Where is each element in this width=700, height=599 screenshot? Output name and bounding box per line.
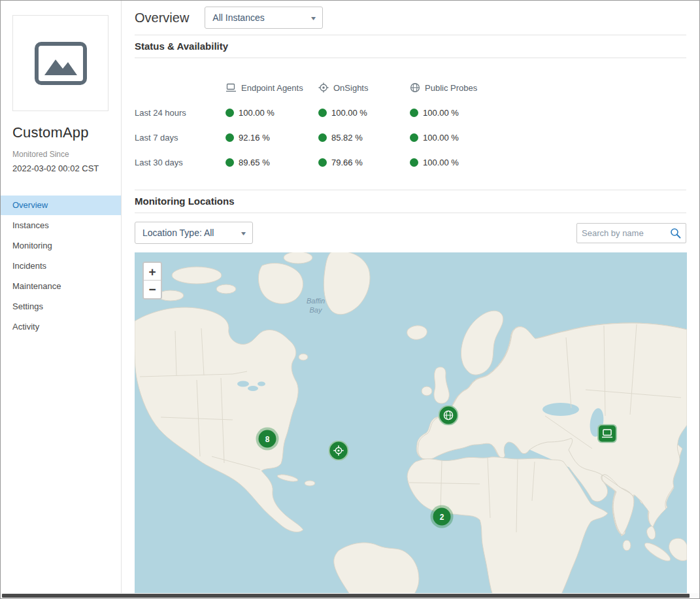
- location-search: [576, 223, 686, 243]
- zoom-out-button[interactable]: −: [144, 281, 161, 298]
- chevron-down-icon: ▾: [241, 230, 246, 237]
- instance-filter-select[interactable]: All Instances ▾: [205, 7, 323, 29]
- row-label-24h: Last 24 hours: [135, 108, 225, 118]
- search-icon[interactable]: [670, 228, 681, 239]
- section-title-availability: Status & Availability: [135, 41, 228, 52]
- target-icon: [318, 82, 329, 93]
- sidebar-nav: Overview Instances Monitoring Incidents …: [1, 196, 121, 337]
- app-window: CustomApp Monitored Since 2022-03-02 00:…: [0, 0, 700, 599]
- availability-value: 100.00 %: [410, 108, 686, 118]
- app-image-placeholder: [12, 15, 108, 111]
- availability-value: 100.00 %: [410, 133, 686, 143]
- availability-value: 89.65 %: [225, 158, 318, 167]
- availability-value: 100.00 %: [410, 158, 686, 167]
- sidebar-item-instances[interactable]: Instances: [1, 216, 121, 235]
- search-input[interactable]: [582, 228, 670, 238]
- status-dot-icon: [410, 133, 418, 142]
- map-endpoint-agent-marker[interactable]: [597, 424, 617, 443]
- sidebar-item-maintenance[interactable]: Maintenance: [1, 277, 121, 296]
- image-icon: [34, 41, 88, 86]
- page-title: Overview: [135, 10, 189, 26]
- status-dot-icon: [225, 158, 234, 167]
- sidebar: CustomApp Monitored Since 2022-03-02 00:…: [1, 1, 122, 598]
- instance-filter-value: All Instances: [212, 12, 264, 23]
- main-content: Overview All Instances ▾ Status & Availa…: [122, 1, 699, 598]
- app-name: CustomApp: [12, 124, 109, 141]
- sidebar-item-settings[interactable]: Settings: [1, 297, 121, 317]
- zoom-in-button[interactable]: +: [144, 263, 161, 281]
- status-dot-icon: [318, 109, 327, 117]
- sidebar-item-activity[interactable]: Activity: [1, 317, 121, 337]
- status-availability-section: Status & Availability Endpoint Agents: [135, 35, 686, 175]
- globe-icon: [443, 410, 454, 421]
- map-zoom-control: + −: [142, 262, 162, 300]
- target-icon: [333, 445, 344, 456]
- map-onsight-marker[interactable]: [329, 441, 349, 461]
- laptop-icon: [225, 83, 237, 93]
- column-header-endpoint-agents: Endpoint Agents: [225, 75, 318, 101]
- row-label-30d: Last 30 days: [135, 158, 225, 167]
- map-public-probe-marker[interactable]: [439, 405, 459, 426]
- sidebar-item-incidents[interactable]: Incidents: [1, 256, 121, 276]
- laptop-icon: [601, 429, 613, 439]
- monitoring-locations-section: Monitoring Locations Location Type: All …: [135, 190, 686, 596]
- location-type-select[interactable]: Location Type: All ▾: [135, 222, 253, 244]
- horizontal-scrollbar[interactable]: [1, 593, 699, 598]
- monitored-since-value: 2022-03-02 00:02 CST: [12, 163, 109, 173]
- row-label-7d: Last 7 days: [135, 133, 225, 143]
- scrollbar-thumb[interactable]: [2, 594, 690, 598]
- column-header-onsights: OnSights: [318, 75, 410, 101]
- availability-table: Endpoint Agents OnSights: [135, 75, 686, 175]
- chevron-down-icon: ▾: [311, 14, 316, 22]
- status-dot-icon: [410, 109, 418, 117]
- availability-value: 79.66 %: [318, 158, 410, 167]
- table-corner-cell: [135, 75, 225, 101]
- availability-value: 100.00 %: [225, 108, 318, 118]
- monitored-since-label: Monitored Since: [12, 150, 109, 159]
- status-dot-icon: [225, 133, 234, 142]
- sidebar-item-overview[interactable]: Overview: [1, 196, 121, 215]
- availability-value: 92.16 %: [225, 133, 318, 143]
- status-dot-icon: [318, 133, 327, 142]
- column-header-public-probes: Public Probes: [410, 75, 686, 101]
- map-cluster-marker[interactable]: 2: [433, 508, 451, 526]
- globe-icon: [410, 82, 420, 93]
- location-type-value: Location Type: All: [142, 228, 214, 238]
- status-dot-icon: [318, 158, 327, 167]
- availability-value: 85.82 %: [318, 133, 410, 143]
- availability-value: 100.00 %: [318, 108, 410, 118]
- page-header: Overview All Instances ▾: [135, 1, 686, 35]
- world-map[interactable]: + − Baffin Bay 8: [135, 252, 687, 596]
- status-dot-icon: [225, 109, 234, 117]
- map-cluster-marker[interactable]: 8: [259, 430, 276, 448]
- status-dot-icon: [410, 158, 418, 167]
- sidebar-item-monitoring[interactable]: Monitoring: [1, 236, 121, 256]
- section-title-locations: Monitoring Locations: [135, 196, 234, 207]
